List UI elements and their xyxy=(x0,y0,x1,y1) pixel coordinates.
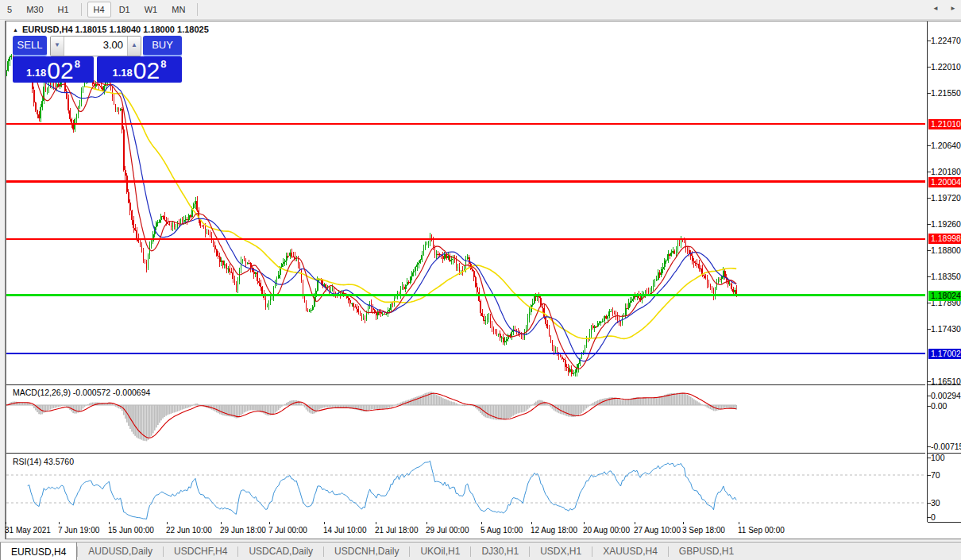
chart-tab-gbpusd[interactable]: GBPUSD,H1 xyxy=(669,543,744,560)
axis-tick xyxy=(928,517,931,518)
time-label: 27 Aug 10:00 xyxy=(634,526,681,535)
axis-label: 1.17430 xyxy=(931,324,961,334)
time-axis: 31 May 20217 Jun 19:0015 Jun 00:0022 Jun… xyxy=(6,522,927,538)
time-label: 22 Jun 10:00 xyxy=(166,526,212,535)
axis-tick xyxy=(928,475,931,476)
chart-tab-usdcnh[interactable]: USDCNH,Daily xyxy=(324,543,409,560)
volume-decrease-icon[interactable]: ▼ xyxy=(51,37,64,56)
axis-tick xyxy=(928,503,931,504)
sell-price-button[interactable]: 1.18 02 8 xyxy=(13,56,94,83)
time-tick xyxy=(376,522,376,524)
axis-label: -0.007151 xyxy=(931,442,961,451)
sell-price-head: 1.18 xyxy=(26,67,46,79)
timeframe-button-m30[interactable]: M30 xyxy=(20,2,49,17)
axis-tick xyxy=(928,67,931,68)
axis-tick xyxy=(928,381,931,382)
axis-label: 0 xyxy=(931,512,936,522)
time-label: 15 Jun 00:00 xyxy=(108,526,154,535)
volume-spinner: ▼ 3.00 ▲ xyxy=(50,36,141,56)
time-tick xyxy=(109,522,110,524)
tab-scroll-left-icon[interactable]: ◄ xyxy=(932,5,939,12)
time-tick xyxy=(635,522,635,524)
price-line-label: 1.21010 xyxy=(928,119,961,129)
mt4-window: 5M30H1H4D1W1MN ▲ EURUSD,H4 1.18015 1.180… xyxy=(0,0,961,560)
buy-button[interactable]: BUY xyxy=(143,36,182,56)
axis-label: 1.20640 xyxy=(931,141,961,150)
axis-tick xyxy=(928,145,931,146)
time-label: 31 May 2021 xyxy=(5,526,51,535)
price-axis: 1.224701.220101.215501.206401.201801.197… xyxy=(927,21,961,522)
time-tick xyxy=(167,522,168,524)
axis-tick xyxy=(928,41,931,41)
time-tick xyxy=(426,522,427,524)
time-label: 5 Aug 10:00 xyxy=(480,526,523,535)
buy-price-button[interactable]: 1.18 02 8 xyxy=(97,56,182,83)
axis-tick xyxy=(928,250,931,251)
axis-label: 100 xyxy=(931,453,945,462)
panel-separator xyxy=(928,453,961,454)
timeframe-button-w1[interactable]: W1 xyxy=(138,2,164,17)
price-chart-canvas xyxy=(6,21,927,538)
macd-indicator-label: MACD(12,26,9) -0.000572 -0.000694 xyxy=(13,388,150,397)
volume-input[interactable]: 3.00 xyxy=(64,37,127,56)
axis-label: 0.002947 xyxy=(931,391,961,400)
axis-label: 1.21550 xyxy=(931,88,961,98)
chart-title: EURUSD,H4 1.18015 1.18040 1.18000 1.1802… xyxy=(22,25,209,34)
axis-label: 1.18350 xyxy=(931,272,961,281)
chart-tab-xauusd[interactable]: XAUUSD,H4 xyxy=(592,543,668,560)
axis-tick xyxy=(928,406,931,407)
tab-scroll-right-icon[interactable]: ► xyxy=(950,5,956,12)
axis-tick xyxy=(928,303,931,303)
time-tick xyxy=(324,522,325,524)
time-label: 29 Jul 00:00 xyxy=(426,526,469,535)
axis-tick xyxy=(928,276,931,277)
axis-tick xyxy=(928,224,931,225)
panel-separator xyxy=(928,522,961,523)
time-tick xyxy=(481,522,482,524)
time-label: 3 Sep 18:00 xyxy=(682,526,725,535)
timeframe-button-mn[interactable]: MN xyxy=(165,2,191,17)
collapse-panel-icon[interactable]: ▲ xyxy=(13,27,18,33)
time-label: 7 Jun 19:00 xyxy=(58,526,99,535)
toolbar-separator xyxy=(81,3,82,16)
time-tick xyxy=(269,522,270,524)
chart-tab-usdcad[interactable]: USDCAD,Daily xyxy=(238,543,323,560)
axis-tick xyxy=(928,93,931,94)
time-tick xyxy=(59,522,60,524)
timeframe-button-d1[interactable]: D1 xyxy=(113,2,137,17)
axis-tick xyxy=(928,458,931,458)
chart-tab-usdchf[interactable]: USDCHF,H4 xyxy=(164,543,237,560)
axis-tick xyxy=(928,172,931,172)
axis-label: 30 xyxy=(931,498,940,508)
axis-tick xyxy=(928,446,931,447)
timeframe-button-h1[interactable]: H1 xyxy=(52,2,75,17)
sell-button[interactable]: SELL xyxy=(13,36,47,56)
time-label: 12 Aug 18:00 xyxy=(531,526,577,535)
timeframe-button-5[interactable]: 5 xyxy=(1,2,18,17)
axis-label: 1.19720 xyxy=(931,193,961,203)
axis-label: 1.22010 xyxy=(931,62,961,71)
buy-price-point: 8 xyxy=(160,58,166,70)
time-label: 11 Sep 00:00 xyxy=(738,526,785,535)
chart-tab-dj30[interactable]: DJ30,H1 xyxy=(471,543,529,560)
time-tick xyxy=(6,522,6,524)
chart-tab-audusd[interactable]: AUDUSD,Daily xyxy=(78,543,163,560)
axis-label: 1.18800 xyxy=(931,245,961,255)
time-tick xyxy=(584,522,585,524)
timeframe-button-h4[interactable]: H4 xyxy=(87,2,111,17)
chart-tab-eurusd[interactable]: EURUSD,H4 xyxy=(0,543,77,560)
sell-price-point: 8 xyxy=(75,58,80,70)
time-label: 21 Jul 18:00 xyxy=(375,526,419,535)
price-line-label: 1.18998 xyxy=(928,234,961,244)
axis-label: 0.00 xyxy=(931,401,947,411)
time-label: 14 Jul 10:00 xyxy=(323,526,367,535)
time-label: 7 Jul 00:00 xyxy=(268,526,307,535)
volume-increase-icon[interactable]: ▲ xyxy=(127,37,141,56)
timeframe-toolbar: 5M30H1H4D1W1MN xyxy=(0,0,961,20)
toolbar-separator xyxy=(197,3,198,16)
time-label: 29 Jun 18:00 xyxy=(220,526,266,535)
axis-tick xyxy=(928,329,931,330)
chart-tab-bar: EURUSD,H4AUDUSD,DailyUSDCHF,H4USDCAD,Dai… xyxy=(0,542,961,560)
chart-tab-usdx[interactable]: USDX,H1 xyxy=(530,543,592,560)
chart-tab-ukoil[interactable]: UKOil,H1 xyxy=(410,543,470,560)
